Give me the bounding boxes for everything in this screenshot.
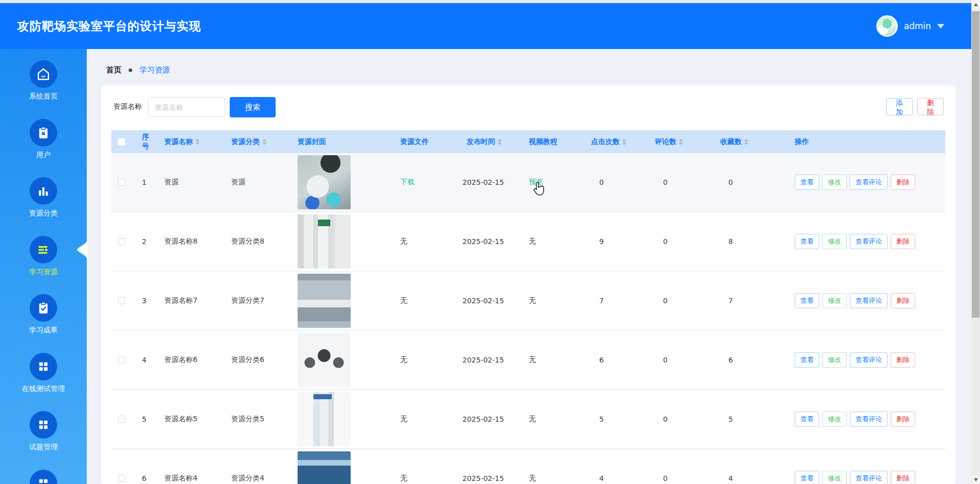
sidebar-item-学习资源[interactable]: 学习资源: [0, 236, 87, 277]
cell-resource-file: 无: [390, 474, 456, 483]
comment-action-button[interactable]: 查看评论: [850, 175, 888, 190]
edit-action-button[interactable]: 修改: [822, 352, 847, 368]
video-none-text: 无: [529, 296, 536, 304]
content-card: 资源名称 搜索 添加 删除 序号资源名称资源分类资源封面资源文件发布时间视频教程…: [101, 85, 955, 484]
scroll-up-button[interactable]: [971, 0, 980, 9]
comment-action-button[interactable]: 查看评论: [850, 412, 888, 427]
sidebar-item-在线测试管理[interactable]: 在线测试管理: [0, 353, 87, 394]
scrollbar[interactable]: [971, 0, 980, 484]
cell-comment-count: 0: [645, 356, 710, 364]
comment-action-button[interactable]: 查看评论: [850, 471, 888, 484]
cell-video-tutorial: 无: [519, 296, 581, 305]
delete-button[interactable]: 删除: [917, 98, 944, 115]
sort-carets-icon[interactable]: [744, 139, 748, 145]
resource-cover-image[interactable]: [298, 451, 351, 484]
row-checkbox[interactable]: [118, 356, 125, 364]
resource-cover-image[interactable]: [298, 214, 351, 269]
resource-cover-image[interactable]: [298, 155, 351, 209]
column-label: 序号: [142, 133, 154, 151]
sort-carets-icon[interactable]: [195, 139, 200, 145]
resource-cover-image[interactable]: [298, 274, 351, 328]
toolbar: 资源名称 搜索 添加 删除: [101, 85, 955, 130]
scroll-down-button[interactable]: [971, 475, 980, 484]
sidebar-item-资源分类[interactable]: 资源分类: [0, 177, 87, 218]
row-checkbox[interactable]: [118, 297, 125, 304]
clipboard-x-icon: [30, 119, 57, 147]
view-action-button[interactable]: 查看: [795, 412, 819, 427]
cell-resource-file: 无: [390, 355, 456, 365]
view-action-button[interactable]: 查看: [795, 293, 819, 308]
row-checkbox[interactable]: [118, 238, 125, 245]
comment-action-button[interactable]: 查看评论: [850, 352, 888, 368]
sidebar-item-学习成果[interactable]: 学习成果: [0, 294, 87, 335]
edit-action-button[interactable]: 修改: [822, 175, 847, 190]
cell-actions: 查看修改查看评论删除: [775, 412, 945, 427]
comment-action-button[interactable]: 查看评论: [850, 293, 888, 308]
row-checkbox[interactable]: [118, 475, 125, 482]
add-button[interactable]: 添加: [886, 98, 913, 115]
video-none-text: 无: [529, 474, 536, 482]
breadcrumb-current[interactable]: 学习资源: [139, 65, 170, 75]
edit-action-button[interactable]: 修改: [822, 471, 847, 484]
breadcrumb-home[interactable]: 首页: [106, 65, 121, 75]
column-header-1: 序号: [132, 133, 154, 151]
sort-carets-icon[interactable]: [262, 139, 266, 145]
table-row: 2资源名称8资源分类8无2025-02-15无908查看修改查看评论删除: [111, 212, 945, 272]
cell-video-tutorial: 无: [519, 415, 581, 424]
view-action-button[interactable]: 查看: [795, 175, 819, 190]
select-all-checkbox[interactable]: [118, 138, 125, 146]
row-checkbox[interactable]: [118, 416, 125, 423]
grid-icon: [30, 411, 57, 439]
cell-actions: 查看修改查看评论删除: [775, 293, 945, 308]
cell-comment-count: 0: [645, 474, 710, 482]
column-header-5: 资源文件: [390, 137, 456, 147]
comment-action-button[interactable]: 查看评论: [850, 234, 888, 249]
clipboard-check-icon: [30, 294, 57, 322]
delete-action-button[interactable]: 删除: [891, 234, 915, 249]
delete-action-button[interactable]: 删除: [891, 293, 915, 308]
download-link[interactable]: 下载: [400, 178, 414, 186]
user-menu[interactable]: admin: [876, 15, 944, 37]
edit-action-button[interactable]: 修改: [822, 234, 847, 249]
cell-comment-count: 0: [645, 237, 710, 246]
resource-cover-image[interactable]: [298, 392, 351, 446]
preview-link[interactable]: 预览: [529, 178, 543, 186]
row-checkbox[interactable]: [118, 179, 125, 186]
resource-cover-image[interactable]: [298, 333, 351, 387]
cell-resource-file: 无: [390, 237, 456, 246]
delete-action-button[interactable]: 删除: [891, 412, 915, 427]
scrollbar-thumb[interactable]: [972, 11, 979, 318]
cell-publish-date: 2025-02-15: [456, 474, 519, 482]
column-header-2: 资源名称: [154, 137, 221, 147]
sort-carets-icon[interactable]: [498, 139, 502, 145]
view-action-button[interactable]: 查看: [795, 234, 819, 249]
edit-action-button[interactable]: 修改: [822, 293, 847, 308]
view-action-button[interactable]: 查看: [795, 352, 819, 368]
delete-action-button[interactable]: 删除: [891, 175, 915, 190]
cell-video-tutorial: 无: [519, 237, 581, 246]
search-button[interactable]: 搜索: [230, 97, 276, 117]
delete-action-button[interactable]: 删除: [891, 352, 915, 368]
sidebar-item-hidden-8[interactable]: [0, 470, 87, 484]
column-header-9: 评论数: [645, 137, 710, 147]
column-label: 视频教程: [529, 137, 557, 147]
sidebar-item-试题管理[interactable]: 试题管理: [0, 411, 87, 452]
cell-resource-name: 资源名称4: [154, 474, 221, 483]
table-row: 4资源名称6资源分类6无2025-02-15无606查看修改查看评论删除: [111, 331, 945, 390]
sidebar-item-系统首页[interactable]: 系统首页: [0, 60, 87, 101]
sort-carets-icon[interactable]: [622, 139, 626, 145]
view-action-button[interactable]: 查看: [795, 471, 819, 484]
column-label: 点击次数: [591, 137, 620, 147]
header-checkbox-cell: [111, 138, 132, 146]
edit-action-button[interactable]: 修改: [822, 412, 847, 427]
cell-resource-file: 无: [390, 415, 456, 424]
grid-icon: [30, 470, 57, 484]
cell-publish-date: 2025-02-15: [456, 415, 519, 423]
cell-click-count: 5: [581, 415, 645, 423]
sidebar-item-用户[interactable]: 用户: [0, 119, 87, 160]
sort-carets-icon[interactable]: [679, 139, 683, 145]
delete-action-button[interactable]: 删除: [891, 471, 915, 484]
user-avatar[interactable]: [876, 15, 898, 37]
search-input[interactable]: [148, 97, 225, 117]
column-label: 资源封面: [298, 137, 326, 147]
